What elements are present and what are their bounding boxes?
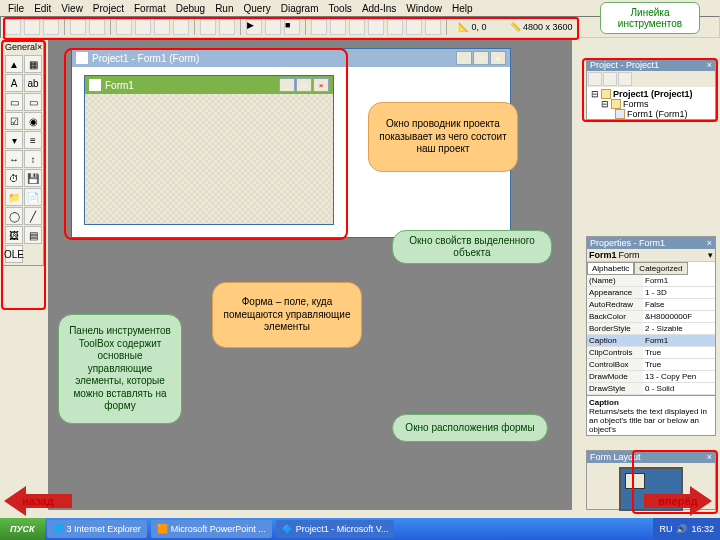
toolbox-panel[interactable]: General × ▲ ▦ A ab ▭ ▭ ☑ ◉ ▾ ≡ ↔ ↕ ⏱ 💾 📁… [2,40,44,266]
tab-alphabetic[interactable]: Alphabetic [587,262,634,275]
toolbox-window-icon[interactable] [387,19,403,35]
combobox-icon[interactable]: ▾ [5,131,23,149]
close-icon[interactable]: × [707,452,712,462]
menu-file[interactable]: File [4,3,28,14]
commandbutton-icon[interactable]: ▭ [24,93,42,111]
prop-value[interactable]: Form1 [643,275,715,287]
minimize-button[interactable]: _ [279,78,295,92]
start-button[interactable]: ПУСК [0,518,45,540]
filelistbox-icon[interactable]: 📄 [24,188,42,206]
prop-key[interactable]: BorderStyle [587,323,643,335]
prop-key[interactable]: ControlBox [587,359,643,371]
prop-key[interactable]: Caption [587,335,643,347]
tree-project-root[interactable]: ⊟Project1 (Project1) [591,89,711,99]
view-object-icon[interactable] [603,72,617,86]
prop-key[interactable]: Appearance [587,287,643,299]
optionbutton-icon[interactable]: ◉ [24,112,42,130]
menu-editor-icon[interactable] [43,19,59,35]
project-explorer-title[interactable]: Project - Project1× [587,59,715,71]
close-button[interactable]: × [313,78,329,92]
break-icon[interactable] [265,19,281,35]
toggle-folders-icon[interactable] [618,72,632,86]
form1-titlebar[interactable]: Form1 _ □ × [85,76,333,94]
hscroll-icon[interactable]: ↔ [5,150,23,168]
menu-format[interactable]: Format [130,3,170,14]
redo-icon[interactable] [219,19,235,35]
taskbar-item-ie[interactable]: 🌐3 Internet Explorer [47,520,147,538]
menu-addins[interactable]: Add-Ins [358,3,400,14]
tab-categorized[interactable]: Categorized [634,262,687,275]
prop-value[interactable]: 1 - 3D [643,287,715,299]
forward-button[interactable]: вперёд [644,484,712,518]
menu-help[interactable]: Help [448,3,477,14]
form-position-preview[interactable] [625,473,645,489]
menu-view[interactable]: View [57,3,87,14]
menu-run[interactable]: Run [211,3,237,14]
project-explorer-icon[interactable] [311,19,327,35]
paste-icon[interactable] [154,19,170,35]
timer-icon[interactable]: ⏱ [5,169,23,187]
line-icon[interactable]: ╱ [24,207,42,225]
dirlistbox-icon[interactable]: 📁 [5,188,23,206]
close-button[interactable]: × [490,51,506,65]
close-icon[interactable]: × [37,42,42,52]
minimize-button[interactable]: _ [456,51,472,65]
menu-window[interactable]: Window [402,3,446,14]
menu-debug[interactable]: Debug [172,3,209,14]
prop-value[interactable]: True [643,359,715,371]
checkbox-icon[interactable]: ☑ [5,112,23,130]
maximize-button[interactable]: □ [473,51,489,65]
label-icon[interactable]: A [5,74,23,92]
view-code-icon[interactable] [588,72,602,86]
form-layout-title[interactable]: Form Layout× [587,451,715,463]
find-icon[interactable] [173,19,189,35]
prop-value[interactable]: False [643,299,715,311]
prop-value[interactable]: 2 - Sizable [643,323,715,335]
menu-tools[interactable]: Tools [325,3,356,14]
close-icon[interactable]: × [707,60,712,70]
pointer-icon[interactable]: ▲ [5,55,23,73]
start-icon[interactable]: ▶ [246,19,262,35]
end-icon[interactable]: ■ [284,19,300,35]
prop-key[interactable]: BackColor [587,311,643,323]
dropdown-icon[interactable]: ▾ [708,250,713,260]
object-browser-icon[interactable] [368,19,384,35]
menu-project[interactable]: Project [89,3,128,14]
shape-icon[interactable]: ◯ [5,207,23,225]
prop-value[interactable]: Form1 [643,335,715,347]
menu-diagram[interactable]: Diagram [277,3,323,14]
prop-key[interactable]: (Name) [587,275,643,287]
properties-grid[interactable]: (Name)Form1 Appearance1 - 3D AutoRedrawF… [587,275,715,395]
project-tree[interactable]: ⊟Project1 (Project1) ⊟Forms Form1 (Form1… [587,87,715,121]
save-icon[interactable] [89,19,105,35]
properties-panel[interactable]: Properties - Form1× Form1 Form ▾ Alphabe… [586,236,716,436]
toolbox-header[interactable]: General × [3,41,43,53]
form-layout-icon[interactable] [349,19,365,35]
prop-value[interactable]: 0 - Solid [643,383,715,395]
data-icon[interactable]: ▤ [24,226,42,244]
form1-window[interactable]: Form1 _ □ × [84,75,334,225]
prop-value[interactable]: 13 - Copy Pen [643,371,715,383]
tree-forms-folder[interactable]: ⊟Forms [591,99,711,109]
form1-design-surface[interactable] [85,94,333,224]
image-icon[interactable]: 🖼 [5,226,23,244]
cut-icon[interactable] [116,19,132,35]
prop-value[interactable]: True [643,347,715,359]
back-button[interactable]: назад [4,484,72,518]
system-tray[interactable]: RU 🔊 16:32 [653,518,720,540]
lang-indicator[interactable]: RU [659,524,672,534]
taskbar[interactable]: ПУСК 🌐3 Internet Explorer 🟧Microsoft Pow… [0,518,720,540]
menu-edit[interactable]: Edit [30,3,55,14]
picturebox-icon[interactable]: ▦ [24,55,42,73]
maximize-button[interactable]: □ [296,78,312,92]
tray-icon[interactable]: 🔊 [676,524,687,534]
prop-key[interactable]: DrawStyle [587,383,643,395]
textbox-icon[interactable]: ab [24,74,42,92]
data-view-icon[interactable] [406,19,422,35]
close-icon[interactable]: × [707,238,712,248]
properties-object-selector[interactable]: Form1 Form ▾ [587,249,715,262]
form-designer-titlebar[interactable]: Project1 - Form1 (Form) _ □ × [72,49,510,67]
copy-icon[interactable] [135,19,151,35]
prop-key[interactable]: ClipControls [587,347,643,359]
prop-key[interactable]: AutoRedraw [587,299,643,311]
